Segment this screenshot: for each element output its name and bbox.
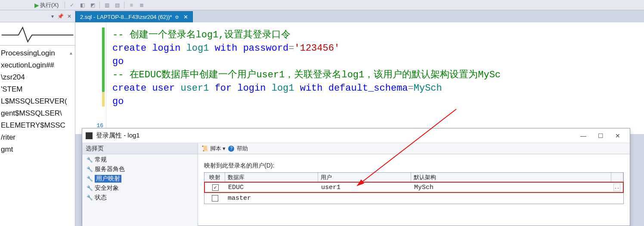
close-icon[interactable]: ✕ [182,14,188,20]
activity-monitor-icon [0,22,75,46]
sql-editor[interactable]: 16 -- 创建一个登录名log1,设置其登录口令 create login l… [75,22,644,134]
grid-row[interactable]: master [204,192,623,204]
scroll-up-icon[interactable]: ▲ [69,47,73,59]
cell-database: master [225,194,318,203]
tree-item[interactable]: L$MSSQLSERVER( [1,95,74,107]
login-properties-dialog: 登录属性 - log1 — ☐ ✕ 选择页 🔧常规 🔧服务器角色 🔧用户映射 🔧… [82,128,630,226]
nav-item-general[interactable]: 🔧常规 [82,155,198,165]
script-button[interactable]: 📜 脚本 ▾ [201,145,226,153]
tree-item[interactable]: /riter [1,131,74,144]
col-map: 映射 [204,173,225,182]
panel-header: ▾ 📌 ✕ [0,10,75,22]
pin-icon[interactable]: 📌 [56,13,65,19]
ide-main-toolbar: ▶ 执行(X) ✓ ◧ ◩ ▥ ▤ ≡ ≣ [0,0,644,10]
tree-item[interactable]: xecutionLogin## [1,59,74,71]
change-markers [102,27,106,134]
wrench-icon: 🔧 [87,166,93,172]
wrench-icon: 🔧 [87,176,93,182]
toolbar-button[interactable]: ≣ [136,1,147,9]
document-tab-active[interactable]: 2.sql - LAPTOP-8...F43\zsr204 (62))* ⯐ ✕ [75,11,193,22]
help-icon: ? [228,146,234,152]
dialog-toolbar: 📜 脚本 ▾ ? 帮助 [198,143,630,154]
wrench-icon: 🔧 [87,195,93,201]
col-database: 数据库 [225,173,318,182]
execute-button[interactable]: 执行(X) [40,1,59,9]
toolbar-button[interactable]: ◧ [77,1,87,9]
close-icon[interactable]: ✕ [66,13,72,19]
tab-title: 2.sql - LAPTOP-8...F43\zsr204 (62))* [80,14,172,20]
user-mapping-grid[interactable]: 映射 数据库 用户 默认架构 ✓ EDUC user1 MySch .. [204,172,624,204]
nav-item-status[interactable]: 🔧状态 [82,193,198,202]
object-explorer-panel: ▾ 📌 ✕ ▲ ProcessingLogin xecutionLogin## … [0,10,75,226]
help-button[interactable]: 帮助 [237,145,248,153]
cell-database: EDUC [226,183,319,192]
tree-item[interactable]: gent$MSSQLSER\ [1,107,74,119]
nav-heading: 选择页 [82,143,198,154]
checkbox-checked[interactable]: ✓ [212,184,219,191]
tree-item[interactable]: ELEMETRY$MSSC [1,119,74,131]
toolbar-button[interactable]: ▤ [112,1,122,9]
code-content: -- 创建一个登录名log1,设置其登录口令 create login log1… [112,28,641,108]
maximize-button[interactable]: ☐ [592,130,609,142]
nav-item-user-mapping[interactable]: 🔧用户映射 [82,174,198,183]
close-button[interactable]: ✕ [609,130,626,142]
tree-item[interactable]: \zsr204 [1,71,74,83]
pin-icon[interactable]: ⯐ [175,15,179,19]
dropdown-icon[interactable]: ▾ [50,13,55,19]
grid-row[interactable]: ✓ EDUC user1 MySch .. [204,182,624,193]
col-schema: 默认架构 [411,173,611,182]
cell-user: user1 [319,183,412,192]
cell-schema [411,197,611,199]
dialog-nav: 选择页 🔧常规 🔧服务器角色 🔧用户映射 🔧安全对象 🔧状态 [82,143,198,226]
mapping-caption: 映射到此登录名的用户(D): [204,162,624,170]
nav-item-server-roles[interactable]: 🔧服务器角色 [82,165,198,174]
dialog-title: 登录属性 - log1 [96,131,575,140]
minimize-button[interactable]: — [575,130,592,142]
toolbar-button[interactable]: ◩ [87,1,98,9]
tree-item[interactable]: gmt [1,144,74,156]
object-explorer-tree[interactable]: ▲ ProcessingLogin xecutionLogin## \zsr20… [0,46,75,157]
dialog-titlebar: 登录属性 - log1 — ☐ ✕ [82,128,630,143]
wrench-icon: 🔧 [87,157,93,163]
dialog-icon [86,132,93,139]
wrench-icon: 🔧 [87,185,93,191]
document-tab-bar: 2.sql - LAPTOP-8...F43\zsr204 (62))* ⯐ ✕ [75,10,644,22]
col-user: 用户 [318,173,411,182]
tree-item[interactable]: ProcessingLogin [1,47,74,59]
ellipsis-button[interactable]: .. [613,183,620,191]
toolbar-button[interactable]: ▥ [102,1,112,9]
play-icon: ▶ [34,2,39,9]
cell-schema: MySch [412,183,611,192]
nav-item-securables[interactable]: 🔧安全对象 [82,183,198,193]
toolbar-button[interactable]: ≡ [126,1,136,9]
tree-item[interactable]: 'STEM [1,83,74,95]
grid-header: 映射 数据库 用户 默认架构 [204,173,623,182]
cell-user [318,197,411,199]
checkbox-unchecked[interactable] [212,195,218,202]
toolbar-button[interactable]: ✓ [67,1,77,9]
